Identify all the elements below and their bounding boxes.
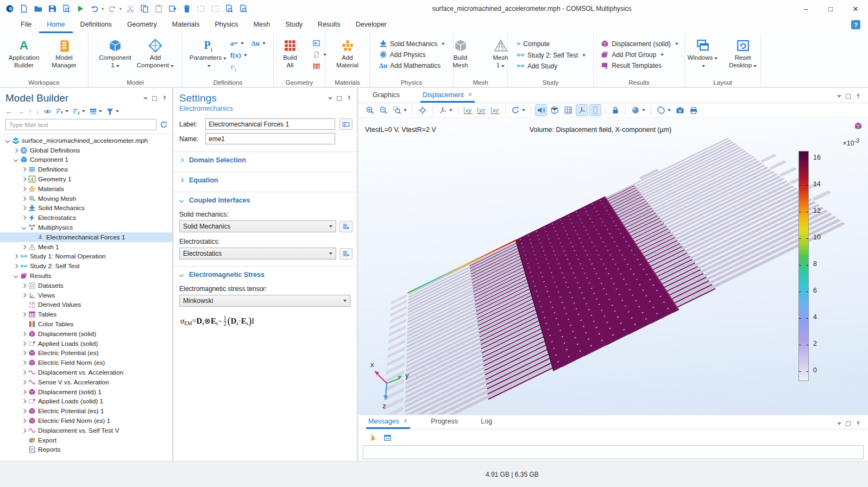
- study-2-self-test-button[interactable]: Study 2: Self Test: [517, 51, 586, 59]
- tree-node[interactable]: Electromechanical Forces 1: [0, 232, 172, 242]
- add-plot-group-button[interactable]: Add Plot Group: [601, 50, 678, 59]
- new-file-button[interactable]: [18, 3, 29, 14]
- update-plot-button[interactable]: [655, 104, 672, 116]
- open-file-button[interactable]: [33, 3, 43, 14]
- tree-node[interactable]: Displacement vs. Self Test V: [0, 426, 172, 435]
- menu-item-physics[interactable]: Physics: [207, 17, 246, 33]
- rename-button[interactable]: [339, 118, 353, 130]
- nav-back-button[interactable]: ←: [5, 107, 13, 116]
- panel-menu-icon[interactable]: [143, 97, 148, 100]
- menu-item-file[interactable]: File: [13, 17, 39, 33]
- show-grid-toggle[interactable]: [562, 104, 574, 116]
- plot-area[interactable]: VtestL=0 V, VtestR=2 V Volume: Displacem…: [358, 118, 868, 414]
- zoom-box-button[interactable]: [391, 104, 408, 116]
- copy-button[interactable]: [139, 3, 150, 14]
- tab-displacement[interactable]: Displacement✕: [420, 87, 475, 103]
- tree-chevron-icon[interactable]: [22, 245, 26, 249]
- tree-chevron-icon[interactable]: [22, 312, 26, 317]
- tree-node[interactable]: Results: [0, 271, 172, 281]
- tree-chevron-icon[interactable]: [22, 197, 26, 201]
- compute-button[interactable]: =Compute: [517, 40, 586, 48]
- tree-chevron-icon[interactable]: [22, 360, 26, 365]
- tree-chevron-icon[interactable]: [22, 380, 26, 384]
- tab-log[interactable]: Log: [479, 414, 494, 429]
- panel-float-icon[interactable]: [846, 94, 851, 99]
- filter-nodes-button[interactable]: [106, 107, 119, 116]
- tree-chevron-icon[interactable]: [14, 254, 18, 258]
- menu-item-home[interactable]: Home: [39, 17, 72, 33]
- section-electromagnetic-stress[interactable]: Electromagnetic Stress: [174, 267, 357, 282]
- cut-button[interactable]: [125, 3, 136, 14]
- node-label-button[interactable]: [89, 107, 102, 116]
- application-builder-button[interactable]: AApplicationBuilder: [4, 35, 43, 69]
- view-yz-button[interactable]: yz: [476, 104, 488, 116]
- tree-node[interactable]: Global Definitions: [0, 146, 172, 155]
- tree-node[interactable]: Moving Mesh: [0, 194, 172, 204]
- panel-pin-icon[interactable]: [161, 95, 168, 102]
- chevron-down-icon[interactable]: ▾: [119, 7, 122, 11]
- tree-chevron-icon[interactable]: [22, 390, 26, 394]
- tree-chevron-icon[interactable]: [14, 274, 18, 278]
- compare-2-button[interactable]: [210, 3, 221, 14]
- tree-node[interactable]: Electric Field Norm (es) 1: [0, 416, 172, 426]
- tree-node[interactable]: Applied Loads (solid): [0, 339, 172, 349]
- reset-desktop-button[interactable]: ResetDesktop: [724, 35, 763, 69]
- section-domain-selection[interactable]: Domain Selection: [174, 152, 357, 167]
- tab-graphics[interactable]: Graphics: [370, 87, 402, 103]
- add-mathematics-button[interactable]: ΔuAdd Mathematics: [379, 61, 445, 70]
- variables-button[interactable]: a=: [229, 39, 249, 48]
- move-up-button[interactable]: ↑: [28, 107, 32, 116]
- zoom-extents-button[interactable]: [417, 104, 429, 116]
- electrostatics-dropdown[interactable]: Electrostatics: [179, 248, 336, 260]
- tree-node[interactable]: Datasets: [0, 281, 172, 290]
- chevron-down-icon[interactable]: ▾: [102, 7, 104, 11]
- show-options-button[interactable]: [43, 107, 52, 116]
- section-coupled-interfaces[interactable]: Coupled Interfaces: [174, 192, 357, 207]
- build-all-button[interactable]: BuildAll: [271, 35, 310, 69]
- scene-light-toggle[interactable]: [535, 104, 547, 116]
- expand-all-button[interactable]: [72, 107, 85, 116]
- undo-button[interactable]: [89, 3, 100, 14]
- tree-chevron-icon[interactable]: [22, 332, 26, 336]
- tree-node[interactable]: Displacement vs. Acceleration: [0, 368, 172, 377]
- model-manager-button[interactable]: ModelManager: [45, 35, 84, 69]
- run-button[interactable]: [75, 3, 86, 14]
- tree-chevron-icon[interactable]: [22, 187, 26, 191]
- tree-node[interactable]: Views: [0, 290, 172, 300]
- environment-reflections-button[interactable]: [630, 104, 647, 116]
- tree-chevron-icon[interactable]: [22, 225, 26, 230]
- tree-node[interactable]: Component 1: [0, 155, 172, 165]
- tree-node[interactable]: Displacement (solid) 1: [0, 387, 172, 397]
- tree-node[interactable]: Multiphysics: [0, 223, 172, 232]
- preview-build-button[interactable]: [224, 3, 235, 14]
- tree-chevron-icon[interactable]: [14, 264, 18, 268]
- lock-view-button[interactable]: [609, 104, 621, 116]
- tree-node[interactable]: Displacement (solid): [0, 329, 172, 339]
- panel-float-icon[interactable]: [337, 96, 342, 101]
- add-component-button[interactable]: AddComponent: [136, 35, 175, 69]
- tree-node[interactable]: Solid Mechanics: [0, 204, 172, 213]
- functions-button[interactable]: f(x): [229, 50, 249, 60]
- tree-chevron-icon[interactable]: [22, 419, 26, 423]
- zoom-in-button[interactable]: [364, 104, 376, 116]
- redo-button[interactable]: [107, 3, 118, 14]
- tree-node[interactable]: Study 1: Normal Operation: [0, 252, 172, 262]
- tree-chevron-icon[interactable]: [22, 428, 26, 433]
- close-icon[interactable]: ✕: [468, 91, 473, 98]
- menu-item-mesh[interactable]: Mesh: [246, 17, 278, 33]
- image-snapshot-button[interactable]: [674, 104, 686, 116]
- color-legend-toggle[interactable]: [589, 104, 601, 116]
- minimize-button[interactable]: –: [793, 0, 818, 17]
- result-templates-button[interactable]: Result Templates: [601, 61, 678, 69]
- save-button[interactable]: [47, 3, 58, 14]
- tree-node[interactable]: Electric Field Norm (es): [0, 358, 172, 368]
- tree-node[interactable]: Mesh 1: [0, 242, 172, 252]
- messages-output[interactable]: [363, 445, 864, 459]
- tree-filter-input[interactable]: [5, 119, 156, 130]
- close-button[interactable]: ✕: [843, 0, 868, 17]
- nav-forward-button[interactable]: →: [17, 107, 24, 116]
- refresh-filter-icon[interactable]: [160, 121, 168, 129]
- panel-menu-icon[interactable]: [837, 422, 841, 425]
- collapse-all-button[interactable]: [55, 107, 68, 116]
- tree-node[interactable]: Applied Loads (solid) 1: [0, 397, 172, 407]
